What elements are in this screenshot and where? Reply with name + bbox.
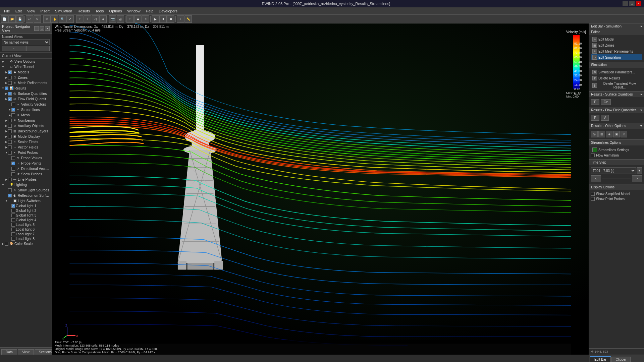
time-prev-btn[interactable]: < [591, 175, 601, 182]
tree-item-local-light-5[interactable]: Local light 5 [0, 222, 52, 227]
checkbox-local-light-6[interactable] [11, 228, 15, 231]
nav-float[interactable]: □ [40, 26, 44, 31]
tree-item-scalar-fields[interactable]: ▶≈Scalar Fields [0, 139, 52, 144]
tree-item-global-light-4[interactable]: Global light 4 [0, 218, 52, 222]
edit-model-btn[interactable]: ✏ Edit Model [591, 36, 642, 42]
other-opt-btn1[interactable]: ◎ [591, 131, 598, 137]
tree-item-show-probes[interactable]: 👁Show Probes [0, 171, 52, 177]
tree-item-reflection-on-surface[interactable]: ✓◐Reflection on Surface [0, 193, 52, 198]
checkbox-local-light-8[interactable] [11, 237, 15, 241]
checkbox-point-probes[interactable] [8, 151, 12, 155]
named-views-add[interactable]: + [2, 46, 25, 51]
tree-item-wind-tunnel[interactable]: ▼□Wind Tunnel [0, 64, 52, 69]
tb-view-3d[interactable]: ◈ [99, 15, 107, 23]
checkbox-vector-fields[interactable] [8, 145, 12, 149]
edit-bar-tab[interactable]: Edit Bar [590, 356, 611, 362]
tree-item-global-light-1[interactable]: ✓Global light 1 [0, 203, 52, 208]
tb-show-wind-tunnel[interactable]: □ [126, 15, 134, 23]
tb-zoom[interactable]: 🔍 [59, 15, 66, 23]
maximize-button[interactable]: □ [629, 1, 635, 6]
checkbox-local-light-7[interactable] [11, 232, 15, 236]
tb-view-front[interactable]: ⊥ [84, 15, 91, 23]
tree-item-models[interactable]: ▶✓◆Models [0, 69, 52, 75]
flow-field-header[interactable]: Results - Flow Field Quantities ▾ [589, 107, 644, 113]
checkbox-velocity-vectors[interactable] [11, 103, 15, 106]
tree-item-local-light-6[interactable]: Local light 6 [0, 227, 52, 232]
tb-measure[interactable]: 📏 [184, 15, 192, 23]
named-views-select[interactable]: No named views [2, 39, 50, 45]
menu-item-simulation[interactable]: Simulation [52, 8, 75, 14]
delete-results-btn[interactable]: 🗑 Delete Results [591, 75, 642, 81]
surface-cz-btn[interactable]: Cz [601, 99, 611, 105]
tab-data[interactable]: Data [1, 349, 17, 355]
menu-item-edit[interactable]: Edit [13, 8, 24, 14]
checkbox-surface-quantities[interactable]: ✓ [8, 92, 12, 96]
flow-v-btn[interactable]: V [601, 115, 609, 121]
nav-minimize[interactable]: _ [34, 26, 39, 31]
tb-sim-run[interactable]: ▶ [152, 15, 159, 23]
checkbox-global-light-1[interactable]: ✓ [11, 204, 15, 208]
tree-item-global-light-3[interactable]: Global light 3 [0, 213, 52, 218]
tree-item-background-layers[interactable]: ▶▤Background Layers [0, 128, 52, 134]
tree-item-surface-quantities[interactable]: ▶✓◎Surface Quantities [0, 91, 52, 96]
show-point-probes-checkbox[interactable] [591, 197, 595, 201]
tree-item-vector-fields[interactable]: ▶→Vector Fields [0, 144, 52, 150]
tree-item-auxiliary-objects[interactable]: ▶◇Auxiliary Objects [0, 123, 52, 128]
tb-rotate[interactable]: ⟳ [43, 15, 51, 23]
surface-quantities-header[interactable]: Results - Surface Quantities ▾ [589, 92, 644, 97]
tree-item-local-light-7[interactable]: Local light 7 [0, 232, 52, 236]
tb-new[interactable]: 📄 [1, 15, 8, 23]
checkbox-line-probes[interactable] [8, 178, 12, 181]
tb-undo[interactable]: ↩ [26, 15, 33, 23]
checkbox-global-light-3[interactable] [11, 214, 15, 217]
clipper-tab[interactable]: Clipper [611, 357, 631, 362]
menu-item-results[interactable]: Results [75, 8, 93, 14]
tree-item-mesh[interactable]: ▶⌗Mesh [0, 112, 52, 118]
checkbox-global-light-4[interactable] [11, 218, 15, 222]
tree-item-color-scale[interactable]: ▶🎨Color Scale [0, 241, 52, 246]
close-button[interactable]: ✕ [636, 1, 641, 6]
checkbox-zones[interactable] [8, 76, 12, 79]
tb-save[interactable]: 💾 [16, 15, 23, 23]
named-views-remove[interactable]: - [26, 46, 50, 51]
display-options-header[interactable]: Display Options [589, 184, 644, 190]
other-options-header[interactable]: Results - Other Options ▾ [589, 123, 644, 129]
tree-item-results[interactable]: ▼✓📊Results [0, 85, 52, 91]
surface-p-btn[interactable]: P [591, 99, 599, 105]
checkbox-scalar-fields[interactable] [8, 140, 12, 144]
edit-zones-btn[interactable]: ▦ Edit Zones [591, 42, 642, 48]
tree-item-point-probes[interactable]: ▼•Point Probes [0, 150, 52, 155]
tb-view-side[interactable]: ◁ [92, 15, 99, 23]
tree-item-probe-values[interactable]: VProbe Values [0, 155, 52, 161]
other-opt-btn5[interactable]: ◇ [621, 131, 627, 137]
checkbox-local-light-5[interactable] [11, 223, 15, 227]
tb-show-model[interactable]: ◆ [134, 15, 142, 23]
sim-params-btn[interactable]: ⚙ Simulation Parameters... [591, 69, 642, 75]
streamlines-options-header[interactable]: Streamlines Options [589, 140, 644, 145]
flow-animation-checkbox[interactable] [591, 154, 595, 157]
tree-item-model-display[interactable]: ▶▣Model Display [0, 134, 52, 139]
tree-item-streamlines[interactable]: ▼✓~Streamlines [0, 107, 52, 112]
checkbox-results[interactable]: ✓ [5, 86, 8, 90]
checkbox-model-display[interactable] [8, 135, 12, 138]
tb-open[interactable]: 📂 [8, 15, 16, 23]
tree-item-line-probes[interactable]: ▶—Line Probes [0, 177, 52, 182]
tb-sim-pause[interactable]: ⏸ [159, 15, 167, 23]
tb-view-top[interactable]: ⊤ [76, 15, 84, 23]
checkbox-probe-values[interactable] [11, 156, 15, 160]
other-opt-btn3[interactable]: ◈ [606, 131, 612, 137]
tree-item-numbering[interactable]: ▶#Numbering [0, 118, 52, 123]
edit-simulation-btn[interactable]: ▷ Edit Simulation [591, 54, 642, 60]
checkbox-show-light-sources[interactable] [8, 188, 12, 192]
tree-item-directional-vectors[interactable]: ↗Directional Vectors [0, 166, 52, 171]
tree-item-mesh-refinements[interactable]: ▶≡Mesh Refinements [0, 80, 52, 85]
other-opt-btn4[interactable]: ▣ [613, 131, 620, 137]
checkbox-directional-vectors[interactable] [11, 167, 15, 171]
streamlines-settings-btn[interactable]: ~ Streamlines Settings [591, 147, 642, 153]
checkbox-background-layers[interactable] [8, 129, 12, 133]
checkbox-color-scale[interactable] [5, 242, 8, 246]
simulation-header[interactable]: Simulation [589, 62, 644, 68]
edit-mesh-btn[interactable]: ⌗ Edit Mesh Refinements [591, 48, 642, 54]
menu-item-options[interactable]: Options [107, 8, 125, 14]
tree-item-velocity-vectors[interactable]: →Velocity Vectors [0, 102, 52, 107]
